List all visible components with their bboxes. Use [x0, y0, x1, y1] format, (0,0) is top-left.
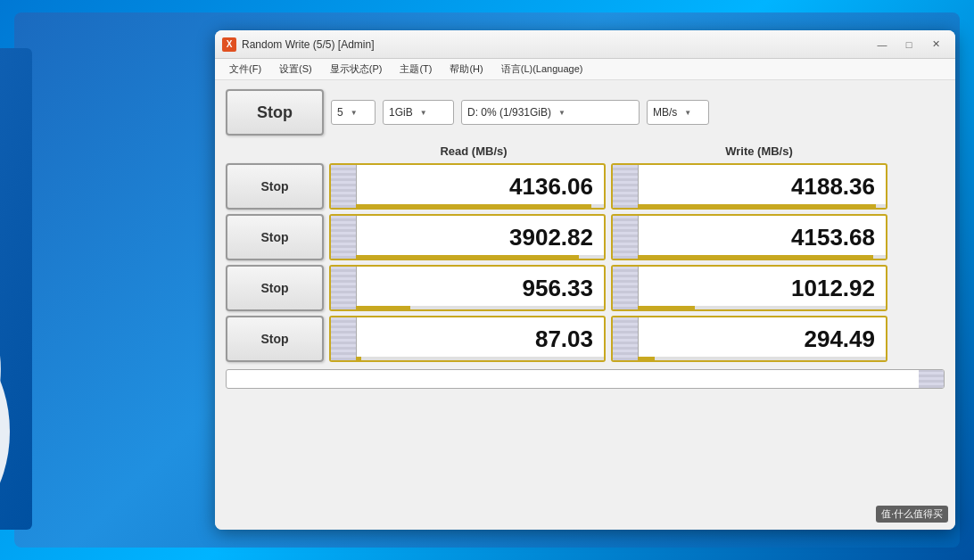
column-headers: Read (MB/s) Write (MB/s) — [331, 144, 945, 158]
table-row: Stop 87.03 294.49 — [226, 316, 945, 362]
write-value-1: 4153.68 — [791, 224, 875, 251]
read-progress-3 — [356, 357, 604, 360]
read-value-0: 4136.06 — [509, 173, 593, 201]
bottom-bar-fill — [919, 370, 944, 388]
menu-language[interactable]: 语言(L)(Language) — [494, 61, 590, 78]
write-value-box-1: 4153.68 — [611, 214, 887, 260]
write-progress-3 — [638, 357, 886, 360]
stop-button-2[interactable]: Stop — [226, 265, 324, 311]
write-header: Write (MB/s) — [616, 144, 902, 158]
write-value-box-0: 4188.36 — [611, 163, 887, 210]
read-value-3: 87.03 — [535, 325, 593, 353]
read-progress-1 — [356, 255, 604, 259]
close-button[interactable]: ✕ — [923, 36, 948, 54]
runs-dropdown[interactable]: 5 — [331, 100, 376, 125]
main-stop-button[interactable]: Stop — [226, 89, 324, 136]
write-progress-2 — [638, 306, 886, 309]
read-value-box-0: 4136.06 — [329, 163, 606, 210]
table-row: Stop 3902.82 4153.68 — [226, 214, 945, 260]
unit-dropdown[interactable]: MB/s — [647, 100, 709, 125]
maximize-button[interactable]: □ — [896, 36, 921, 54]
table-row: Stop 4136.06 4188.36 — [226, 163, 945, 210]
read-value-2: 956.33 — [522, 275, 593, 302]
data-rows: Stop 4136.06 4188.36 Stop 3902.82 — [226, 163, 945, 362]
write-progress-fill-1 — [638, 255, 873, 259]
bottom-progress-bar — [226, 369, 945, 389]
read-value-box-2: 956.33 — [329, 265, 606, 311]
write-value-0: 4188.36 — [791, 173, 875, 201]
menu-theme[interactable]: 主题(T) — [392, 61, 439, 78]
read-progress-2 — [356, 306, 604, 309]
read-value-1: 3902.82 — [509, 224, 593, 251]
menu-file[interactable]: 文件(F) — [222, 61, 268, 78]
write-progress-1 — [638, 255, 886, 259]
menu-help[interactable]: 帮助(H) — [442, 61, 490, 78]
stop-button-3[interactable]: Stop — [226, 316, 324, 362]
stop-button-0[interactable]: Stop — [226, 163, 324, 210]
read-progress-fill-3 — [356, 357, 361, 360]
menu-bar: 文件(F) 设置(S) 显示状态(P) 主题(T) 帮助(H) 语言(L)(La… — [215, 59, 955, 80]
window-title: Random Write (5/5) [Admin] — [242, 38, 864, 51]
minimize-button[interactable]: — — [870, 36, 895, 54]
write-progress-0 — [638, 204, 886, 208]
write-value-box-2: 1012.92 — [611, 265, 887, 311]
table-row: Stop 956.33 1012.92 — [226, 265, 945, 311]
menu-display[interactable]: 显示状态(P) — [323, 61, 390, 78]
write-progress-fill-3 — [638, 357, 655, 360]
read-progress-fill-1 — [356, 255, 579, 259]
controls-row: Stop 5 1GiB D: 0% (1/931GiB) MB/s — [226, 89, 945, 136]
read-progress-fill-0 — [356, 204, 591, 208]
outer-frame: X Random Write (5/5) [Admin] — □ ✕ 文件(F)… — [14, 12, 960, 548]
menu-settings[interactable]: 设置(S) — [272, 61, 319, 78]
write-value-box-3: 294.49 — [611, 316, 887, 362]
main-content: Stop 5 1GiB D: 0% (1/931GiB) MB/s — [215, 80, 955, 530]
write-value-2: 1012.92 — [791, 275, 875, 302]
read-progress-fill-2 — [356, 306, 410, 309]
app-icon: X — [222, 37, 236, 52]
write-progress-fill-0 — [638, 204, 876, 208]
drive-dropdown[interactable]: D: 0% (1/931GiB) — [461, 100, 640, 125]
main-window: X Random Write (5/5) [Admin] — □ ✕ 文件(F)… — [215, 30, 955, 530]
anime-character — [0, 48, 32, 530]
read-value-box-1: 3902.82 — [329, 214, 606, 260]
read-progress-0 — [356, 204, 604, 208]
read-value-box-3: 87.03 — [329, 316, 606, 362]
write-progress-fill-2 — [638, 306, 695, 309]
read-header: Read (MB/s) — [331, 144, 616, 158]
size-dropdown[interactable]: 1GiB — [383, 100, 454, 125]
watermark: 值·什么值得买 — [876, 506, 948, 523]
window-controls: — □ ✕ — [870, 36, 948, 54]
write-value-3: 294.49 — [804, 325, 875, 353]
stop-button-1[interactable]: Stop — [226, 214, 324, 260]
title-bar: X Random Write (5/5) [Admin] — □ ✕ — [215, 30, 955, 59]
